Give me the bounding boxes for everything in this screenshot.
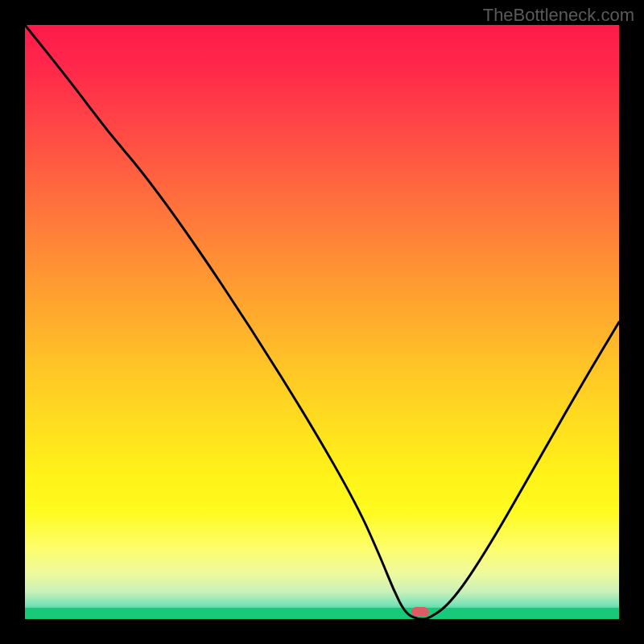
watermark-text: TheBottleneck.com bbox=[483, 5, 634, 26]
optimal-point-marker bbox=[411, 607, 429, 617]
chart-plot-area bbox=[25, 25, 619, 619]
bottleneck-curve bbox=[25, 25, 619, 619]
